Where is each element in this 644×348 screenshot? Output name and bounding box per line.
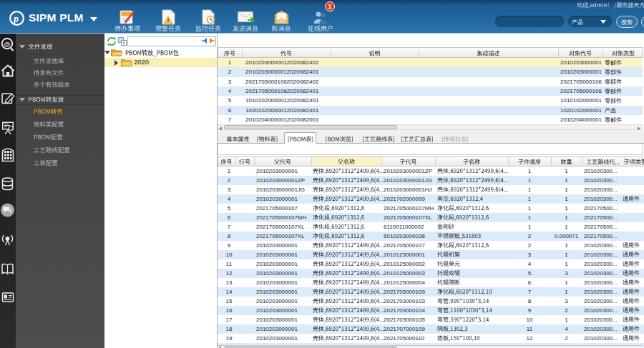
svg-text:p: p xyxy=(13,14,19,24)
svg-text:@: @ xyxy=(4,41,11,48)
